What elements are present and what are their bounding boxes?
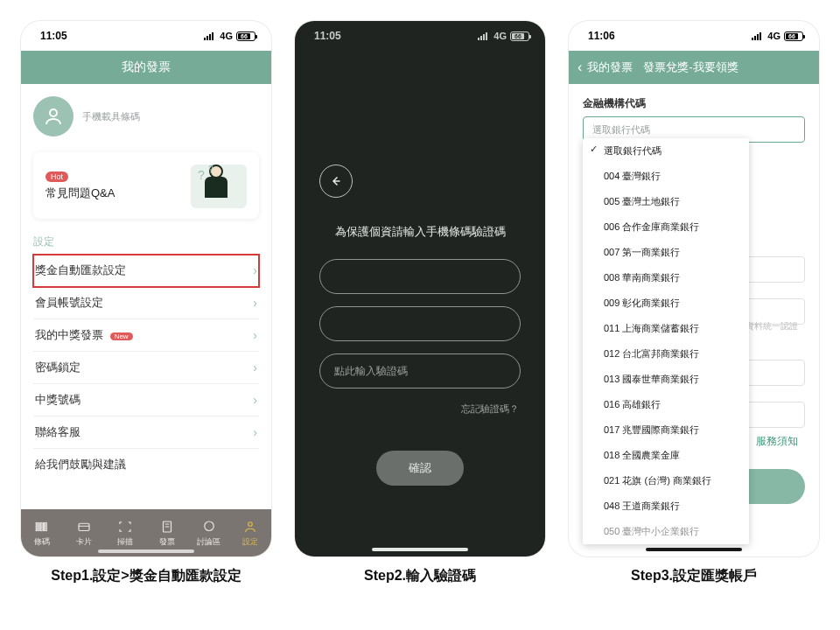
header-title: 我的發票 <box>122 60 171 75</box>
bank-option[interactable]: 009 彰化商業銀行 <box>583 290 749 316</box>
field-hint: 資料統一認證 <box>746 320 798 332</box>
status-bar: 11:05 4G 66 <box>21 21 271 51</box>
bank-option[interactable]: 004 臺灣銀行 <box>583 164 749 189</box>
phone-step3: 11:06 4G 66 ‹ 我的發票 發票兌獎-我要領獎 金融機構代碼 選取銀行… <box>569 21 819 556</box>
qa-title: 常見問題Q&A <box>46 186 115 201</box>
svg-rect-6 <box>79 523 89 530</box>
profile-label: 手機載具條碼 <box>82 110 140 123</box>
chevron-right-icon: › <box>253 393 257 407</box>
tab-settings[interactable]: 設定 <box>229 509 271 556</box>
hot-badge: Hot <box>46 172 68 182</box>
status-time: 11:06 <box>588 30 615 42</box>
home-indicator <box>98 550 194 553</box>
verify-message: 為保護個資請輸入手機條碼驗證碼 <box>335 224 506 240</box>
bank-option[interactable]: 013 國泰世華商業銀行 <box>583 367 749 392</box>
svg-rect-4 <box>43 522 44 530</box>
bank-code-label: 金融機構代碼 <box>583 96 805 111</box>
tab-forum[interactable]: 討論區 <box>188 509 230 556</box>
status-time: 11:05 <box>40 30 67 42</box>
bank-option[interactable]: 021 花旗 (台灣) 商業銀行 <box>583 468 749 494</box>
bank-option[interactable]: 011 上海商業儲蓄銀行 <box>583 316 749 341</box>
app-header: 我的發票 <box>21 51 271 84</box>
battery-icon: 66 <box>784 32 803 41</box>
chevron-right-icon: › <box>253 360 257 374</box>
chevron-right-icon: › <box>253 263 257 277</box>
caption-step1: Step1.設定>獎金自動匯款設定 <box>21 567 271 585</box>
battery-icon: 66 <box>510 32 529 41</box>
back-label[interactable]: 我的發票 <box>587 60 633 75</box>
row-prize-auto-transfer[interactable]: 獎金自動匯款設定› <box>33 255 259 287</box>
battery-icon: 66 <box>236 32 256 41</box>
bank-option[interactable]: 017 兆豐國際商業銀行 <box>583 417 749 443</box>
verify-code-field[interactable]: 點此輸入驗證碼 <box>319 354 521 388</box>
network-label: 4G <box>767 31 780 41</box>
step-captions: Step1.設定>獎金自動匯款設定 Step2.輸入驗證碼 Step3.設定匯獎… <box>0 556 840 585</box>
bank-option[interactable]: 048 王道商業銀行 <box>583 494 749 519</box>
phone-step2: 11:05 4G 66 為保護個資請輸入手機條碼驗證碼 點此輸入驗證碼 忘記驗證… <box>295 21 545 556</box>
svg-point-8 <box>204 522 214 531</box>
chevron-right-icon: › <box>253 425 257 439</box>
bank-dropdown: 選取銀行代碼 004 臺灣銀行 005 臺灣土地銀行 006 合作金庫商業銀行 … <box>583 138 749 544</box>
home-indicator <box>372 548 468 551</box>
bank-option[interactable]: 016 高雄銀行 <box>583 392 749 417</box>
back-chevron-icon[interactable]: ‹ <box>578 60 582 75</box>
bank-option[interactable]: 008 華南商業銀行 <box>583 265 749 290</box>
caption-step3: Step3.設定匯獎帳戶 <box>569 567 819 585</box>
network-label: 4G <box>494 31 507 41</box>
phone-step1: 11:05 4G 66 我的發票 手機載具條碼 Hot 常見問題Q&A <box>21 21 271 556</box>
chevron-right-icon: › <box>253 328 257 342</box>
new-badge: New <box>110 332 133 340</box>
row-account-settings[interactable]: 會員帳號設定› <box>33 287 259 319</box>
svg-rect-5 <box>46 522 47 530</box>
app-header: ‹ 我的發票 發票兌獎-我要領獎 <box>569 51 819 84</box>
signal-icon <box>752 32 764 40</box>
confirm-button[interactable]: 確認 <box>376 451 464 486</box>
bank-option[interactable]: 006 合作金庫商業銀行 <box>583 214 749 240</box>
bank-option[interactable]: 007 第一商業銀行 <box>583 240 749 265</box>
tutorial-stage: 11:05 4G 66 我的發票 手機載具條碼 Hot 常見問題Q&A <box>0 0 840 556</box>
verify-code-placeholder: 點此輸入驗證碼 <box>334 364 408 379</box>
tab-barcode[interactable]: 條碼 <box>21 509 63 556</box>
section-label: 設定 <box>33 234 259 249</box>
qa-card[interactable]: Hot 常見問題Q&A <box>33 152 259 219</box>
back-button[interactable] <box>319 164 353 198</box>
header-title: 發票兌獎-我要領獎 <box>643 60 738 75</box>
status-time: 11:05 <box>314 30 341 42</box>
forgot-code-link[interactable]: 忘記驗證碼？ <box>461 402 519 416</box>
signal-icon <box>204 32 216 40</box>
bank-option[interactable]: 012 台北富邦商業銀行 <box>583 341 749 367</box>
chevron-right-icon: › <box>253 296 257 310</box>
select-placeholder: 選取銀行代碼 <box>592 123 650 136</box>
qa-illustration <box>191 164 247 208</box>
verify-field-2[interactable] <box>319 306 521 341</box>
avatar-icon <box>33 96 74 136</box>
profile-block[interactable]: 手機載具條碼 <box>33 96 259 136</box>
svg-point-0 <box>50 109 57 116</box>
svg-point-9 <box>248 522 253 526</box>
svg-rect-1 <box>36 522 38 530</box>
svg-rect-3 <box>40 522 42 530</box>
status-bar: 11:05 4G 66 <box>295 21 545 51</box>
bank-option[interactable]: 005 臺灣土地銀行 <box>583 189 749 214</box>
row-my-winnings[interactable]: 我的中獎發票 New › <box>33 319 259 352</box>
row-feedback[interactable]: 給我們鼓勵與建議 <box>33 449 259 480</box>
caption-step2: Step2.輸入驗證碼 <box>295 567 545 585</box>
row-contact-support[interactable]: 聯絡客服› <box>33 416 259 449</box>
home-indicator <box>646 548 742 551</box>
status-bar: 11:06 4G 66 <box>569 21 819 51</box>
network-label: 4G <box>220 31 233 41</box>
svg-rect-2 <box>38 522 39 530</box>
bank-option[interactable]: 選取銀行代碼 <box>583 138 749 164</box>
signal-icon <box>478 32 490 40</box>
row-password-lock[interactable]: 密碼鎖定› <box>33 352 259 384</box>
bank-option[interactable]: 018 全國農業金庫 <box>583 443 749 468</box>
bank-option[interactable]: 050 臺灣中小企業銀行 <box>583 519 749 544</box>
terms-link[interactable]: 服務須知 <box>756 434 798 449</box>
verify-field-1[interactable] <box>319 259 521 294</box>
row-winning-numbers[interactable]: 中獎號碼› <box>33 384 259 416</box>
